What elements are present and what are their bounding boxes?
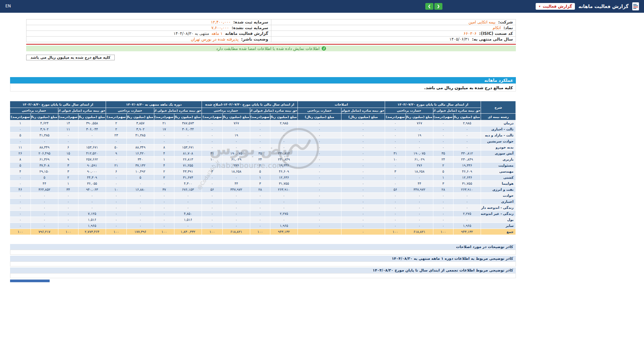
table-cell: ۰ xyxy=(250,205,270,211)
table-cell: ۰ xyxy=(223,144,250,150)
table-cell: ۱۰۰ xyxy=(385,229,406,235)
info-cell: سال مالی منتهی به: ۱۴۰۵/۰۶/۳۱ xyxy=(271,37,516,42)
table-cell: ۱ xyxy=(10,120,31,126)
table-cell: ۲۷۶ xyxy=(406,163,433,169)
report-type-dropdown[interactable]: گزارش فعالیت ▾ xyxy=(536,3,575,10)
table-cell: ۰ xyxy=(385,211,406,217)
table-cell: ۰ xyxy=(78,205,106,211)
column-header-amount: مبلغ (میلیون ریال) xyxy=(298,114,341,120)
table-cell: ۲۰۶,۴۹۵ xyxy=(31,150,58,157)
table-cell: ۲ xyxy=(433,163,453,169)
table-cell: ۴,۶۲۴ xyxy=(31,120,58,126)
table-cell: ۵ xyxy=(127,175,154,181)
table-cell: ۳۵ xyxy=(433,150,453,157)
row-label: حوادث xyxy=(481,193,516,199)
table-cell: ۹۰,۵۹۱ xyxy=(78,163,106,169)
table-cell: ۰ xyxy=(174,193,202,199)
symbol-link[interactable]: اتکام xyxy=(493,25,501,30)
table-cell: ۱۵۳,۶۷۱ xyxy=(174,144,202,150)
table-cell: ۴ xyxy=(154,163,174,169)
table-cell: ۰ xyxy=(250,199,270,205)
prev-report-button[interactable]: ❮ xyxy=(425,3,433,10)
table-cell: ۸ xyxy=(10,157,31,163)
row-label: اعتباری xyxy=(481,199,516,205)
table-cell: ۶۷۶,۱۵۳ xyxy=(174,187,202,193)
table-cell: ۰ xyxy=(202,181,223,187)
table-row: اعتباری۰۰۰۰۰۰۰۰۰۰۰۰۰۰۰۰۰۰ xyxy=(10,199,516,205)
table-cell: ۰ xyxy=(154,132,174,138)
next-report-button[interactable]: ❯ xyxy=(434,3,442,10)
table-cell: ۰ xyxy=(298,169,341,175)
table-cell: ۰ xyxy=(106,211,126,217)
table-cell: ۲۶۳,۹۱۰ xyxy=(453,187,481,193)
table-cell: ۰ xyxy=(250,132,270,138)
table-cell: ۳ xyxy=(202,169,223,175)
table-cell: ۰ xyxy=(58,205,78,211)
table-cell: ۱۷۷,۳۹۶ xyxy=(127,229,154,235)
table-cell: ۰ xyxy=(127,217,154,223)
section-title: عملکرد ماهانه xyxy=(484,78,513,83)
horizontal-scrollbar-thumb[interactable] xyxy=(10,280,50,282)
table-cell: ۳۷,۴۰۸ xyxy=(31,163,58,169)
table-cell: ۱,۹۶۵ xyxy=(453,223,481,229)
table-cell: ۱۶,۴۲۰ xyxy=(127,150,154,157)
table-cell: ۰ xyxy=(154,223,174,229)
row-label: سایر xyxy=(481,223,516,229)
table-cell: ۰ xyxy=(31,193,58,199)
table-cell: ۱۹,۳۳۶ xyxy=(270,163,298,169)
column-header-amount: مبلغ (میلیون ریال) xyxy=(453,114,481,120)
table-row: باربری۲۳۰,۸۴۹۲۴۶۱,۰۲۹۱۰۰۰۲۳۰,۸۴۹۲۴۶۱,۰۲۹… xyxy=(10,157,516,163)
table-cell: ۳ xyxy=(385,169,406,175)
company-info-table: شرکت: بیمه اتکایی امین سرمایه ثبت شده: ۱… xyxy=(26,19,516,42)
table-cell: ۳,۹۰۲ xyxy=(127,126,154,132)
top-header-bar: گزارش فعالیت ماهانه گزارش فعالیت ▾ ❮ ❯ E… xyxy=(0,0,644,13)
period-note-block: کادر توضیحی مربوط به اطلاعات دوره ۱ ماهه… xyxy=(10,256,516,266)
table-cell: ۰ xyxy=(154,205,174,211)
table-cell: ۰ xyxy=(406,205,433,211)
column-header-share: سهم(درصد) xyxy=(202,114,223,120)
table-cell: ۰ xyxy=(31,138,58,144)
table-cell: ۰ xyxy=(341,138,385,144)
table-cell: ۰ xyxy=(127,199,154,205)
table-cell: ۸۱,۷۰۸ xyxy=(174,150,202,157)
company-name-link[interactable]: بیمه اتکایی امین xyxy=(469,20,496,24)
table-cell: ۵۰ xyxy=(106,144,126,150)
table-cell: ۰ xyxy=(250,138,270,144)
report-period-label: گزارش فعالیت ماهانه xyxy=(225,31,268,36)
table-cell: ۲۳ xyxy=(106,132,126,138)
table-cell: ۰ xyxy=(433,217,453,223)
info-cell: نماد: اتکام xyxy=(271,25,516,31)
table-cell: ۰ xyxy=(341,163,385,169)
table-cell: ۶۱۸,۸۲۱ xyxy=(223,229,250,235)
table-cell: ۱۷ xyxy=(154,126,174,132)
table-cell: ۰ xyxy=(406,199,433,205)
row-label: مسئولیت xyxy=(481,163,516,169)
note-bar: کادر توضیحات در مورد اصلاحات xyxy=(10,244,516,250)
table-cell: ۰ xyxy=(78,193,106,199)
table-cell: ۲ xyxy=(154,175,174,181)
table-cell: ۳۱ xyxy=(385,150,406,157)
row-label: مهندسی xyxy=(481,169,516,175)
language-toggle[interactable]: EN xyxy=(5,4,11,8)
table-cell: ۰ xyxy=(298,126,341,132)
note-content-area xyxy=(10,273,516,278)
table-cell: ۰ xyxy=(223,217,250,223)
table-cell: ۲ xyxy=(106,120,126,126)
table-cell: ۰ xyxy=(406,211,433,217)
table-cell: ۰ xyxy=(58,138,78,144)
table-cell: ۰ xyxy=(341,229,385,235)
section-header-bar: عملکرد ماهانه xyxy=(10,77,516,83)
table-cell: ۸۸,۳۴۹ xyxy=(31,144,58,150)
table-cell: ۰ xyxy=(10,193,31,199)
table-cell: ۰ xyxy=(298,211,341,217)
table-cell: ۱۰۰ xyxy=(10,229,31,235)
table-cell: ۳ xyxy=(433,181,453,187)
table-cell: ۱۰ xyxy=(202,157,223,163)
table-cell: ۴,۳۰۰ xyxy=(174,181,202,187)
table-row: بدنه خودرو۰۰۰۰۰۰۰۰۰۰۱۵۳,۶۷۱۸۸۸,۳۴۹۵۰۱۵۳,… xyxy=(10,144,516,150)
fiscal-year-value: ۱۴۰۵/۰۶/۳۱ xyxy=(449,37,470,42)
table-cell: ۰ xyxy=(433,211,453,217)
table-cell: ۱ xyxy=(58,181,78,187)
registered-capital-value: ۱۲,۴۰۰,۰۰۰ xyxy=(211,20,230,24)
table-cell: ۴۴ xyxy=(406,181,433,187)
